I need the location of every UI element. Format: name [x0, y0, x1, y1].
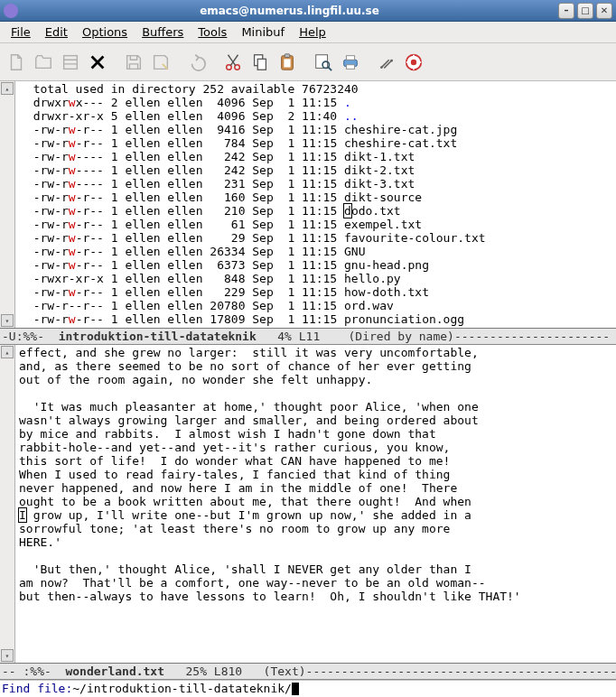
menu-minibuf[interactable]: Minibuf: [234, 23, 292, 41]
search-icon[interactable]: [311, 50, 336, 75]
open-folder-icon[interactable]: [31, 50, 56, 75]
undo-icon[interactable]: [184, 50, 210, 75]
kill-buffer-icon[interactable]: [85, 50, 110, 75]
help-icon[interactable]: [401, 50, 426, 75]
svg-point-14: [390, 59, 393, 61]
modeline-dired[interactable]: -U:%%- introduktion-till-datateknik 4% L…: [0, 328, 616, 345]
text-buffer[interactable]: effect, and she grew no larger: still it…: [15, 345, 616, 663]
minimize-button[interactable]: [558, 3, 574, 19]
titlebar: emacs@numerus.lingfil.uu.se: [0, 0, 616, 22]
cut-icon[interactable]: [220, 50, 246, 75]
save-as-icon[interactable]: [148, 50, 173, 75]
menu-options[interactable]: Options: [75, 23, 135, 41]
svg-point-13: [380, 66, 383, 69]
scroll-up-arrow-icon[interactable]: ▴: [1, 82, 14, 95]
dired-buffer[interactable]: total used in directory 252 available 76…: [15, 81, 616, 328]
scrollbar-bottom-left[interactable]: ▴ ▾: [0, 345, 15, 663]
svg-rect-4: [257, 59, 266, 70]
scroll-down-arrow-icon[interactable]: ▾: [1, 314, 14, 327]
svg-rect-7: [284, 59, 290, 67]
menubar: File Edit Options Buffers Tools Minibuf …: [0, 22, 616, 43]
dired-icon[interactable]: [58, 50, 83, 75]
scroll-up-arrow-icon[interactable]: ▴: [1, 346, 14, 358]
svg-point-16: [411, 59, 416, 64]
modeline-text[interactable]: -- :%%- wonderland.txt 25% L810 (Text)--…: [0, 663, 616, 680]
print-icon[interactable]: [338, 50, 363, 75]
toolbar: [0, 43, 616, 81]
menu-help[interactable]: Help: [292, 23, 333, 41]
emacs-app-icon: [4, 4, 18, 18]
editor-area: ▴ ▾ total used in directory 252 availabl…: [0, 81, 616, 697]
new-file-icon[interactable]: [4, 50, 29, 75]
close-window-button[interactable]: [596, 3, 612, 19]
svg-rect-0: [64, 55, 78, 69]
menu-tools[interactable]: Tools: [191, 23, 234, 41]
menu-buffers[interactable]: Buffers: [135, 23, 191, 41]
svg-rect-6: [285, 53, 290, 57]
minibuffer-prompt: Find file:: [2, 681, 72, 697]
scroll-down-arrow-icon[interactable]: ▾: [1, 649, 14, 662]
window-title: emacs@numerus.lingfil.uu.se: [23, 5, 555, 17]
cursor: [292, 683, 299, 695]
menu-edit[interactable]: Edit: [38, 23, 75, 41]
minibuffer[interactable]: Find file: ~/introduktion-till-datatekni…: [0, 680, 616, 697]
copy-icon[interactable]: [247, 50, 273, 75]
minibuffer-input[interactable]: ~/introduktion-till-datateknik/: [72, 681, 292, 697]
maximize-button[interactable]: [577, 3, 593, 19]
paste-icon[interactable]: [275, 50, 300, 75]
scrollbar-top-left[interactable]: ▴ ▾: [0, 81, 15, 328]
menu-file[interactable]: File: [4, 23, 38, 41]
svg-rect-11: [346, 55, 354, 60]
save-icon[interactable]: [121, 50, 146, 75]
preferences-icon[interactable]: [374, 50, 399, 75]
svg-rect-12: [346, 64, 354, 69]
